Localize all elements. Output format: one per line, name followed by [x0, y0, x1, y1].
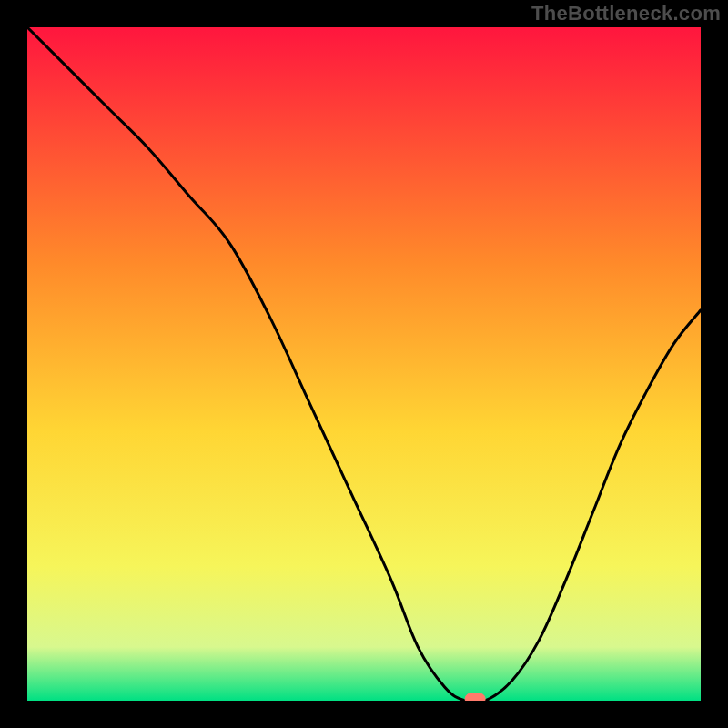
- chart-stage: TheBottleneck.com: [0, 0, 728, 728]
- bottleneck-chart: [0, 0, 728, 728]
- attribution-label: TheBottleneck.com: [531, 2, 721, 25]
